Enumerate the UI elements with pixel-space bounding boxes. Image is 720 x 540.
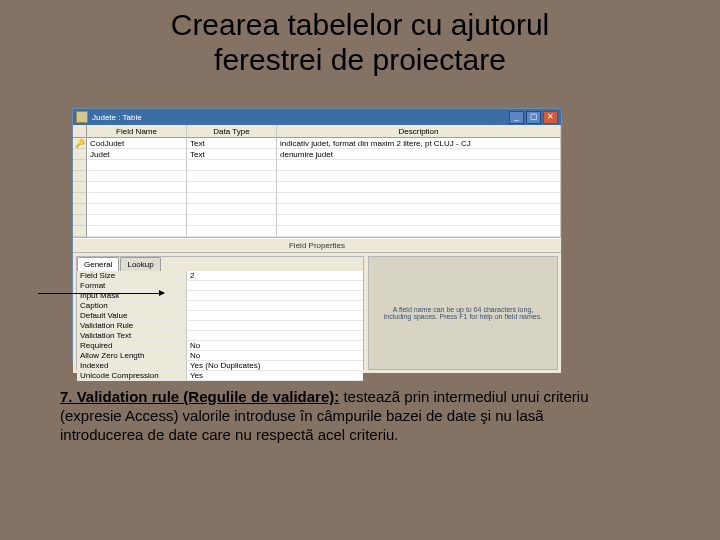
- cell-data-type[interactable]: [187, 182, 277, 193]
- cell-data-type[interactable]: [187, 160, 277, 171]
- cell-data-type[interactable]: Text: [187, 138, 277, 149]
- row-selector[interactable]: [73, 182, 87, 193]
- property-value[interactable]: Yes: [187, 371, 363, 381]
- cell-field-name[interactable]: [87, 226, 187, 237]
- cell-data-type[interactable]: [187, 204, 277, 215]
- row-selector[interactable]: 🔑: [73, 138, 87, 149]
- property-row: Allow Zero LengthNo: [77, 351, 363, 361]
- access-window: Judete : Table _ ▢ ✕ Field Name Data Typ…: [72, 108, 562, 362]
- minimize-button[interactable]: _: [509, 111, 524, 124]
- table-row[interactable]: [73, 204, 561, 215]
- table-row[interactable]: [73, 215, 561, 226]
- cell-description[interactable]: indicativ judet, format din maxim 2 lite…: [277, 138, 561, 149]
- title-line1: Crearea tabelelor cu ajutorul: [171, 8, 550, 41]
- property-value[interactable]: [187, 301, 363, 311]
- property-value[interactable]: [187, 311, 363, 321]
- cell-description[interactable]: denumire judet: [277, 149, 561, 160]
- cell-field-name[interactable]: [87, 204, 187, 215]
- cell-description[interactable]: [277, 226, 561, 237]
- cell-data-type[interactable]: [187, 215, 277, 226]
- row-selector[interactable]: [73, 204, 87, 215]
- property-list: Field Size2FormatInput MaskCaptionDefaul…: [77, 271, 363, 381]
- property-label: Unicode Compression: [77, 371, 187, 381]
- cell-description[interactable]: [277, 215, 561, 226]
- col-header-field: Field Name: [87, 125, 187, 138]
- property-value[interactable]: Yes (No Duplicates): [187, 361, 363, 371]
- row-selector[interactable]: [73, 226, 87, 237]
- cell-field-name[interactable]: CodJudet: [87, 138, 187, 149]
- cell-description[interactable]: [277, 182, 561, 193]
- title-line2: ferestrei de proiectare: [214, 43, 506, 76]
- table-row[interactable]: 🔑CodJudetTextindicativ judet, format din…: [73, 138, 561, 149]
- field-properties-header: Field Properties: [73, 238, 561, 253]
- property-value[interactable]: [187, 281, 363, 291]
- property-label: Validation Text: [77, 331, 187, 341]
- cell-field-name[interactable]: [87, 160, 187, 171]
- property-label: Field Size: [77, 271, 187, 281]
- property-label: Caption: [77, 301, 187, 311]
- property-row: Validation Text: [77, 331, 363, 341]
- cell-data-type[interactable]: [187, 171, 277, 182]
- property-value[interactable]: [187, 331, 363, 341]
- tab-general[interactable]: General: [77, 257, 119, 271]
- cell-field-name[interactable]: Judet: [87, 149, 187, 160]
- cell-field-name[interactable]: [87, 193, 187, 204]
- property-value[interactable]: No: [187, 351, 363, 361]
- property-label: Allow Zero Length: [77, 351, 187, 361]
- cell-field-name[interactable]: [87, 182, 187, 193]
- cell-field-name[interactable]: [87, 171, 187, 182]
- grid-header: Field Name Data Type Description: [73, 125, 561, 138]
- cell-field-name[interactable]: [87, 215, 187, 226]
- property-label: Format: [77, 281, 187, 291]
- design-grid: Field Name Data Type Description 🔑CodJud…: [73, 125, 561, 238]
- cell-data-type[interactable]: Text: [187, 149, 277, 160]
- property-label: Validation Rule: [77, 321, 187, 331]
- property-tabs: General Lookup: [77, 257, 363, 271]
- window-titlebar: Judete : Table _ ▢ ✕: [73, 109, 561, 125]
- property-label: Default Value: [77, 311, 187, 321]
- table-row[interactable]: [73, 226, 561, 237]
- callout-arrow: [38, 293, 164, 294]
- property-row: Field Size2: [77, 271, 363, 281]
- close-button[interactable]: ✕: [543, 111, 558, 124]
- property-label: Required: [77, 341, 187, 351]
- app-icon: [76, 111, 88, 123]
- property-value[interactable]: 2: [187, 271, 363, 281]
- table-row[interactable]: [73, 160, 561, 171]
- property-row: RequiredNo: [77, 341, 363, 351]
- cell-data-type[interactable]: [187, 226, 277, 237]
- cell-description[interactable]: [277, 160, 561, 171]
- row-selector[interactable]: [73, 193, 87, 204]
- property-row: Default Value: [77, 311, 363, 321]
- property-row: Format: [77, 281, 363, 291]
- property-value[interactable]: [187, 321, 363, 331]
- hint-panel: A field name can be up to 64 characters …: [368, 256, 558, 370]
- row-selector[interactable]: [73, 215, 87, 226]
- cell-data-type[interactable]: [187, 193, 277, 204]
- window-title: Judete : Table: [92, 113, 142, 122]
- property-row: IndexedYes (No Duplicates): [77, 361, 363, 371]
- table-row[interactable]: JudetTextdenumire judet: [73, 149, 561, 160]
- cell-description[interactable]: [277, 171, 561, 182]
- table-row[interactable]: [73, 193, 561, 204]
- tab-lookup[interactable]: Lookup: [120, 257, 160, 271]
- property-row: Caption: [77, 301, 363, 311]
- maximize-button[interactable]: ▢: [526, 111, 541, 124]
- property-label: Indexed: [77, 361, 187, 371]
- property-row: Validation Rule: [77, 321, 363, 331]
- row-selector[interactable]: [73, 171, 87, 182]
- row-selector[interactable]: [73, 160, 87, 171]
- table-row[interactable]: [73, 171, 561, 182]
- col-header-desc: Description: [277, 125, 561, 138]
- property-value[interactable]: No: [187, 341, 363, 351]
- caption-lead: 7. Validation rule (Regulile de validare…: [60, 388, 339, 405]
- cell-description[interactable]: [277, 204, 561, 215]
- property-row: Unicode CompressionYes: [77, 371, 363, 381]
- cell-description[interactable]: [277, 193, 561, 204]
- caption-text: 7. Validation rule (Regulile de validare…: [60, 388, 620, 444]
- table-row[interactable]: [73, 182, 561, 193]
- slide-title: Crearea tabelelor cu ajutorul ferestrei …: [0, 8, 720, 77]
- property-value[interactable]: [187, 291, 363, 301]
- row-selector[interactable]: [73, 149, 87, 160]
- properties-panel: General Lookup Field Size2FormatInput Ma…: [76, 256, 364, 370]
